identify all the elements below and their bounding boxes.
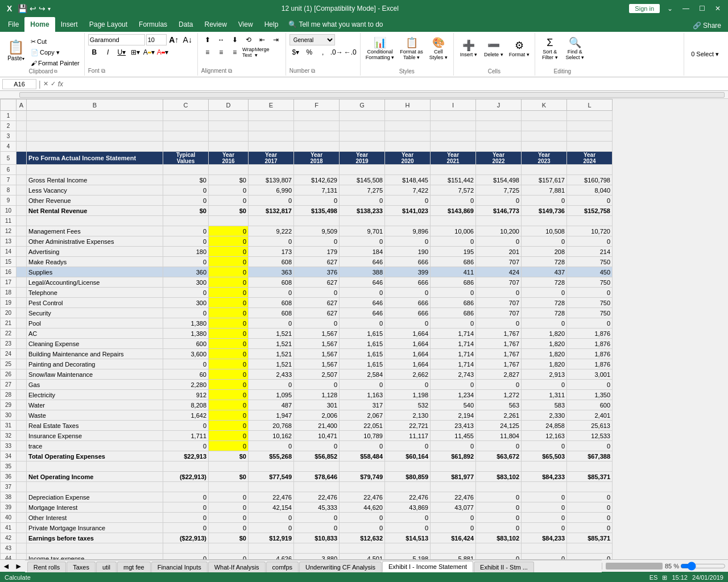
- cell[interactable]: 7,725: [476, 185, 522, 196]
- cell[interactable]: 0: [209, 369, 249, 380]
- cell[interactable]: 42,154: [249, 502, 294, 513]
- cell[interactable]: 2,067: [340, 410, 385, 421]
- cell[interactable]: 0: [294, 288, 340, 298]
- cell[interactable]: $12,919: [249, 533, 294, 543]
- cell[interactable]: Total Operating Expenses: [27, 451, 163, 462]
- cell[interactable]: 179: [294, 247, 340, 257]
- font-expand-icon[interactable]: ⧉: [101, 68, 105, 74]
- cell[interactable]: 0: [209, 410, 249, 421]
- cell[interactable]: 22,051: [340, 421, 385, 431]
- cell[interactable]: [16, 543, 27, 554]
- cell[interactable]: 1,714: [431, 359, 476, 369]
- cell[interactable]: $56,852: [294, 451, 340, 462]
- cell[interactable]: 2,433: [249, 369, 294, 380]
- cell[interactable]: 10,789: [340, 431, 385, 441]
- cell[interactable]: Net Rental Revenue: [27, 206, 163, 216]
- cell[interactable]: 0: [294, 196, 340, 206]
- cell[interactable]: 0: [567, 236, 613, 247]
- cell[interactable]: 0: [249, 380, 294, 390]
- cell[interactable]: TypicalValues: [163, 152, 209, 165]
- cell[interactable]: 0: [431, 380, 476, 390]
- cell[interactable]: 600: [163, 339, 209, 349]
- col-header-rownum[interactable]: [1, 99, 16, 111]
- cell[interactable]: 0: [522, 318, 567, 329]
- cell[interactable]: Waste: [27, 410, 163, 421]
- cell[interactable]: 0: [209, 329, 249, 339]
- font-name-input[interactable]: [88, 34, 145, 45]
- cell[interactable]: 4,501: [340, 554, 385, 560]
- tab-view[interactable]: View: [233, 17, 259, 32]
- cell[interactable]: 0: [209, 196, 249, 206]
- cell[interactable]: 0: [340, 380, 385, 390]
- cell[interactable]: $63,672: [476, 451, 522, 462]
- cell[interactable]: [385, 462, 431, 472]
- cell[interactable]: $141,023: [385, 206, 431, 216]
- cell[interactable]: 0: [476, 196, 522, 206]
- cell[interactable]: Other Revenue: [27, 196, 163, 206]
- cell[interactable]: 43,077: [431, 502, 476, 513]
- cell[interactable]: [209, 165, 249, 175]
- col-header-d[interactable]: D: [209, 99, 249, 111]
- cell[interactable]: 0: [431, 318, 476, 329]
- cell[interactable]: 707: [476, 298, 522, 308]
- cell[interactable]: 0: [209, 513, 249, 523]
- cell[interactable]: AC: [27, 329, 163, 339]
- cell[interactable]: $85,371: [567, 472, 613, 482]
- cell[interactable]: 22,476: [340, 492, 385, 502]
- cell[interactable]: [163, 462, 209, 472]
- cell[interactable]: [249, 121, 294, 131]
- cell[interactable]: [16, 216, 27, 226]
- cell[interactable]: Gas: [27, 380, 163, 390]
- cell[interactable]: [340, 216, 385, 226]
- cell[interactable]: 0: [476, 380, 522, 390]
- cell[interactable]: 25,613: [567, 421, 613, 431]
- decrease-decimal-button[interactable]: ←.0: [344, 47, 357, 58]
- cell[interactable]: 0: [163, 236, 209, 247]
- cell[interactable]: 0: [385, 196, 431, 206]
- cell[interactable]: 0: [522, 196, 567, 206]
- cell[interactable]: 750: [567, 298, 613, 308]
- cell[interactable]: $10,833: [294, 533, 340, 543]
- indent-decrease-button[interactable]: ⇤: [256, 34, 268, 45]
- cell[interactable]: 1,615: [340, 329, 385, 339]
- cell[interactable]: $83,102: [476, 472, 522, 482]
- align-right-button[interactable]: ≡: [229, 47, 241, 58]
- cell[interactable]: 646: [340, 257, 385, 267]
- cell[interactable]: 195: [431, 247, 476, 257]
- cell[interactable]: [567, 121, 613, 131]
- cell[interactable]: [294, 482, 340, 492]
- cell[interactable]: [385, 216, 431, 226]
- font-color-button[interactable]: A▾: [156, 47, 169, 58]
- cell[interactable]: [16, 121, 27, 131]
- cell[interactable]: [522, 111, 567, 121]
- cell[interactable]: [385, 165, 431, 175]
- tab-data[interactable]: Data: [173, 17, 198, 32]
- cell[interactable]: 1,615: [340, 359, 385, 369]
- cell[interactable]: 3,880: [294, 554, 340, 560]
- increase-decimal-button[interactable]: .0→: [330, 47, 343, 58]
- cell[interactable]: [249, 111, 294, 121]
- cell[interactable]: $152,758: [567, 206, 613, 216]
- format-button[interactable]: ⚙ Format ▾: [507, 34, 531, 63]
- cell[interactable]: 10,508: [522, 226, 567, 236]
- cell[interactable]: 583: [522, 400, 567, 410]
- fill-color-button[interactable]: A▾: [143, 47, 155, 58]
- cell[interactable]: [385, 142, 431, 152]
- cell[interactable]: [16, 288, 27, 298]
- cell[interactable]: Less Vacancy: [27, 185, 163, 196]
- col-header-l[interactable]: L: [567, 99, 613, 111]
- cell[interactable]: 0: [385, 288, 431, 298]
- increase-font-button[interactable]: A↑: [168, 34, 180, 45]
- cell[interactable]: 3,600: [163, 349, 209, 359]
- text-direction-button[interactable]: ⟲: [242, 34, 255, 45]
- cell[interactable]: [476, 142, 522, 152]
- cell[interactable]: 0: [431, 441, 476, 451]
- cell[interactable]: 0: [163, 185, 209, 196]
- cell[interactable]: 12,533: [567, 431, 613, 441]
- cell[interactable]: [567, 482, 613, 492]
- wrap-text-button[interactable]: Wrap Text: [242, 47, 255, 58]
- tab-review[interactable]: Review: [198, 17, 232, 32]
- cell[interactable]: [16, 339, 27, 349]
- cell[interactable]: [209, 462, 249, 472]
- cell[interactable]: Year2020: [385, 152, 431, 165]
